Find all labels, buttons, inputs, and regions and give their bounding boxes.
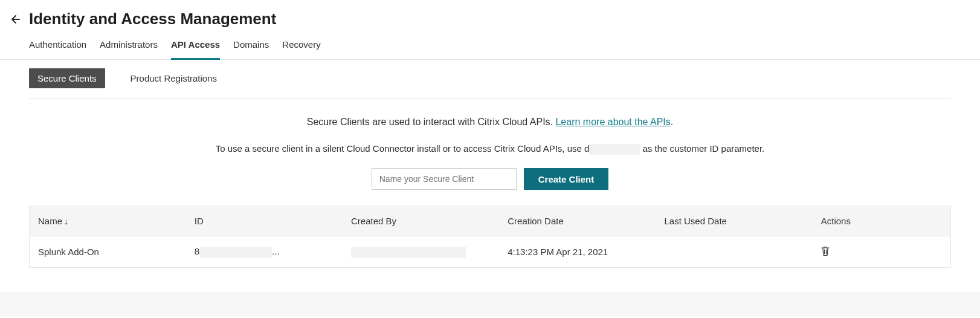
client-name-input[interactable] <box>372 168 517 190</box>
subtab-secure-clients[interactable]: Secure Clients <box>29 68 105 88</box>
tab-recovery[interactable]: Recovery <box>282 39 320 60</box>
customer-id-redacted <box>589 144 640 155</box>
info-line2-suffix: as the customer ID parameter. <box>640 143 764 154</box>
col-created-by[interactable]: Created By <box>343 206 499 236</box>
subtab-product-registrations[interactable]: Product Registrations <box>122 68 225 88</box>
create-client-button[interactable]: Create Client <box>524 168 609 190</box>
cell-created-by-redacted <box>351 247 466 258</box>
tab-authentication[interactable]: Authentication <box>29 39 86 60</box>
cell-last-used <box>656 236 813 268</box>
info-text: Secure Clients are used to interact with… <box>307 117 556 127</box>
cell-actions <box>813 236 951 268</box>
delete-icon[interactable] <box>821 246 830 256</box>
col-id[interactable]: ID <box>186 206 343 236</box>
learn-more-link[interactable]: Learn more about the APIs <box>555 117 670 127</box>
col-last-used[interactable]: Last Used Date <box>656 206 813 236</box>
cell-id-suffix: ... <box>272 246 280 256</box>
tab-domains[interactable]: Domains <box>233 39 269 60</box>
info-line-1: Secure Clients are used to interact with… <box>29 117 951 128</box>
col-name-label: Name <box>38 216 62 226</box>
tab-api-access[interactable]: API Access <box>171 39 220 60</box>
tab-administrators[interactable]: Administrators <box>100 39 158 60</box>
info-line-2: To use a secure client in a silent Cloud… <box>29 143 951 155</box>
footer-bar <box>0 292 980 316</box>
sub-tabs: Secure Clients Product Registrations <box>29 68 951 99</box>
info-period: . <box>671 117 673 127</box>
cell-creation-date: 4:13:23 PM Apr 21, 2021 <box>499 236 656 268</box>
main-tabs: Authentication Administrators API Access… <box>0 28 980 60</box>
cell-id: 8... <box>186 236 343 268</box>
cell-id-redacted <box>199 247 272 258</box>
page-title: Identity and Access Management <box>29 10 276 28</box>
back-icon[interactable] <box>11 13 23 25</box>
col-actions: Actions <box>813 206 951 236</box>
info-line2-prefix: To use a secure client in a silent Cloud… <box>216 143 590 154</box>
cell-name: Splunk Add-On <box>30 236 186 268</box>
sort-desc-icon: ↓ <box>64 216 69 226</box>
cell-created-by <box>343 236 499 268</box>
col-name[interactable]: Name↓ <box>30 206 186 236</box>
col-creation-date[interactable]: Creation Date <box>499 206 656 236</box>
table-row: Splunk Add-On 8... 4:13:23 PM Apr 21, 20… <box>30 236 951 268</box>
cell-id-prefix: 8 <box>195 246 199 256</box>
secure-clients-table: Name↓ ID Created By Creation Date Last U… <box>29 206 951 268</box>
